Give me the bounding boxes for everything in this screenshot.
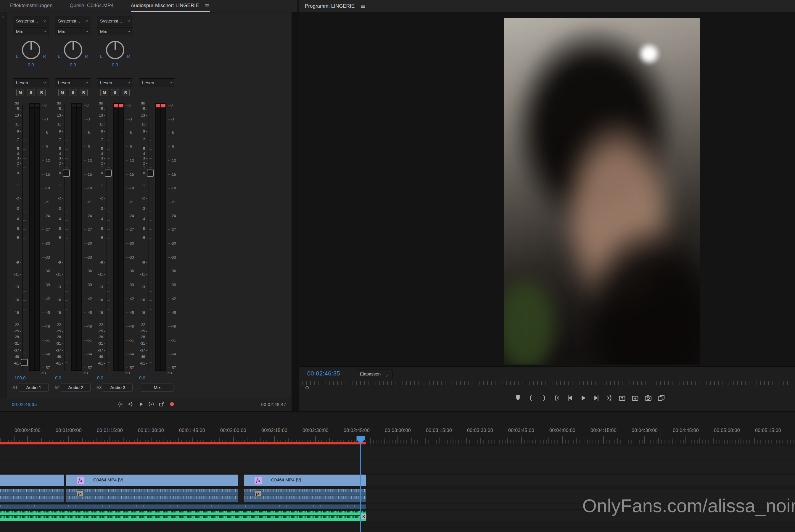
clip-indicator-right[interactable]: [119, 104, 124, 108]
record-arm-button[interactable]: R: [122, 89, 130, 96]
clip-indicator-right[interactable]: [161, 104, 166, 108]
video-clip[interactable]: fxC0464.MP4 [V]: [244, 475, 366, 486]
audio-clip[interactable]: fx: [244, 489, 366, 503]
pan-knob[interactable]: [64, 41, 82, 59]
ruler-timecode-label: 00:03:15:00: [426, 428, 452, 433]
fader-scale-label: -37: [56, 348, 63, 353]
fader-scale-label: -2: [58, 196, 63, 200]
pan-value[interactable]: 0,0: [52, 62, 94, 67]
panel-menu-icon[interactable]: [204, 3, 210, 8]
output-assignment-select[interactable]: Mix: [13, 27, 49, 36]
pan-value[interactable]: 0,0: [10, 62, 52, 67]
fader-handle[interactable]: [105, 170, 112, 177]
output-assignment-select[interactable]: Mix: [55, 27, 91, 36]
volume-value[interactable]: 0,0: [55, 375, 61, 380]
fx-badge: fx: [77, 490, 83, 497]
clip-indicator-left[interactable]: [72, 104, 76, 108]
volume-value[interactable]: 0,0: [97, 375, 103, 380]
level-meter: [29, 103, 40, 371]
automation-mode-select[interactable]: Lesen: [97, 78, 133, 87]
clip-indicator-right[interactable]: [35, 104, 39, 108]
clip-indicator-left[interactable]: [114, 104, 118, 108]
clip-indicator-left[interactable]: [30, 104, 34, 108]
mark-out-button[interactable]: [540, 394, 548, 402]
input-channel-select[interactable]: Systemst...: [13, 17, 49, 25]
go-to-in-button[interactable]: [117, 401, 124, 407]
track-name[interactable]: Mix: [141, 383, 173, 392]
automation-mode-select[interactable]: Lesen: [13, 78, 49, 87]
track-number: A2: [55, 385, 59, 390]
record-arm-button[interactable]: R: [80, 89, 88, 96]
input-channel-select[interactable]: Systemst...: [55, 17, 91, 25]
step-back-button[interactable]: [566, 394, 574, 402]
pan-knob[interactable]: [22, 41, 40, 59]
pan-knob-pointer: [115, 41, 116, 50]
mute-button[interactable]: M: [16, 89, 24, 96]
output-assignment-select[interactable]: Mix: [97, 27, 133, 36]
extract-button[interactable]: [631, 394, 639, 402]
go-to-out-button[interactable]: [127, 401, 134, 407]
clip-indicator-left[interactable]: [156, 104, 160, 108]
fader-scale-label: -22: [56, 323, 63, 327]
mark-in-button[interactable]: [527, 394, 535, 402]
audio-clip[interactable]: fx: [66, 489, 238, 503]
panel-menu-icon[interactable]: [360, 3, 366, 9]
go-to-in-button[interactable]: [553, 394, 561, 402]
playhead-line[interactable]: [360, 436, 361, 532]
play-button[interactable]: [138, 401, 144, 407]
track-name[interactable]: Audio 1: [19, 383, 49, 392]
zoom-level-select[interactable]: Einpassen: [357, 369, 393, 378]
track-name[interactable]: Audio 3: [103, 383, 133, 392]
export-frame-button[interactable]: [644, 394, 652, 402]
go-to-out-button[interactable]: [605, 394, 613, 402]
tab-audiospur-mischer-lingerie[interactable]: Audiospur-Mischer: LINGERIE: [131, 0, 210, 12]
comparison-view-button[interactable]: [657, 394, 665, 402]
meter-scale-label: -6: [42, 131, 48, 135]
pan-knob[interactable]: [106, 41, 124, 59]
fader-handle[interactable]: [63, 170, 70, 177]
automation-mode-select[interactable]: Lesen: [139, 78, 175, 87]
input-channel-select[interactable]: Systemst...: [97, 17, 133, 25]
program-playhead-dot[interactable]: [305, 386, 309, 390]
chevron-right-icon[interactable]: [1, 15, 5, 19]
tab-quelle-c0464-mp4[interactable]: Quelle: C0464.MP4: [70, 0, 113, 12]
tab-effekteinstellungen[interactable]: Effekteinstellungen: [10, 0, 52, 12]
panel-menu-icon[interactable]: [360, 3, 366, 9]
fader-handle[interactable]: [147, 170, 154, 177]
mute-button[interactable]: M: [100, 89, 108, 96]
render-bar: [0, 442, 366, 444]
fader-handle[interactable]: [21, 359, 28, 366]
mixer-timecode[interactable]: 00:02:46:35: [12, 402, 37, 407]
video-clip[interactable]: fxC0464.MP4 [V]: [66, 475, 238, 486]
mute-button[interactable]: M: [58, 89, 66, 96]
loop-button[interactable]: [158, 401, 165, 407]
fader-scale-label: -37: [140, 348, 147, 353]
track-name[interactable]: Audio 2: [61, 383, 91, 392]
volume-value[interactable]: 0,0: [139, 375, 145, 380]
step-forward-button[interactable]: [592, 394, 600, 402]
clip-indicator-right[interactable]: [77, 104, 81, 108]
play-button[interactable]: [579, 394, 587, 402]
program-mini-timeline[interactable]: [302, 381, 791, 385]
record-button[interactable]: [169, 401, 175, 407]
audio-clip[interactable]: [0, 489, 64, 503]
volume-value[interactable]: -100,0: [13, 375, 26, 380]
automation-mode-select[interactable]: Lesen: [55, 78, 91, 87]
solo-button[interactable]: S: [111, 89, 119, 96]
fader-scale-label: -3: [100, 207, 106, 211]
program-timecode[interactable]: 00:02:46:35: [307, 370, 340, 377]
record-arm-button[interactable]: R: [38, 89, 45, 96]
lift-button[interactable]: [618, 394, 626, 402]
fader-scale-label: -4: [100, 217, 106, 221]
fader-scale-label: 5: [143, 147, 147, 151]
solo-button[interactable]: S: [69, 89, 77, 96]
pan-value[interactable]: 0,0: [94, 62, 136, 67]
meter-scale-label: -42: [42, 296, 50, 301]
video-clip[interactable]: [0, 475, 64, 486]
music-clip[interactable]: [0, 510, 366, 521]
play-in-out-button[interactable]: [148, 401, 154, 407]
audio-clip-thin[interactable]: [0, 504, 366, 509]
add-marker-button[interactable]: [514, 394, 522, 402]
chevron-right-icon[interactable]: [1, 15, 5, 19]
solo-button[interactable]: S: [27, 89, 35, 96]
